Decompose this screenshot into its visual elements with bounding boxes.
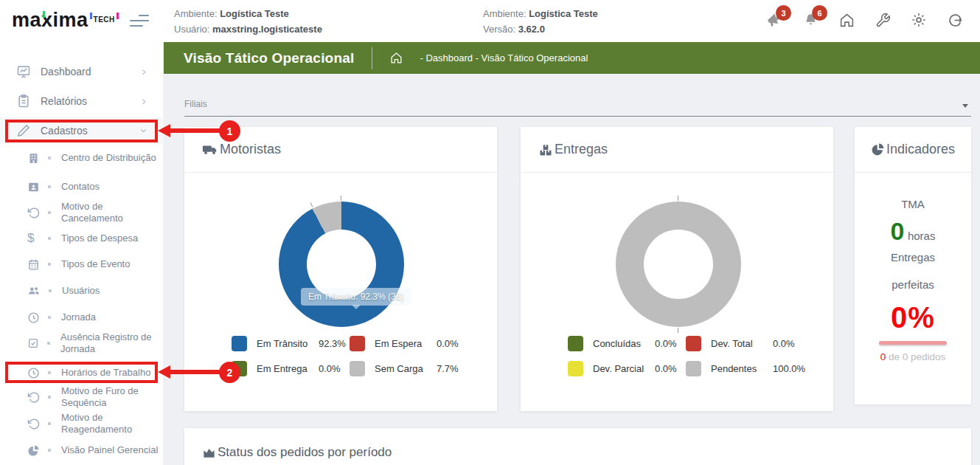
legend-item: Dev. Parcial 0.0% [568,361,686,376]
pie-chart-icon [871,142,885,156]
hamburger-menu-icon[interactable] [130,15,149,30]
entregas-perfeitas-percent: 0% [855,301,971,334]
legend-label: Sem Carga [375,363,429,374]
legend-value: 0.0% [437,338,459,349]
tma-label: TMA [855,198,971,210]
main-content: Filiais Motoristas Em Trânsito: 92.3% (3… [164,74,980,465]
sidebar-item-ausencia-registro-de-jornada[interactable]: Ausência Registro de Jornada [0,330,164,356]
legend-label: Dev. Total [711,338,765,349]
legend-item: Em Trânsito 92.3% [232,336,350,351]
pedidos-summary: 0 de 0 pedidos [855,351,971,362]
sidebar-item-motivo-de-reagendamento[interactable]: Motivo de Reagendamento [0,410,164,437]
bullet [48,211,51,214]
legend-item: Dev. Total 0.0% [686,336,805,351]
ambiente-label: Ambiente: [174,8,218,19]
entregas-perfeitas-line1: Entregas [855,251,971,264]
versao-value: 3.62.0 [518,24,545,35]
sidebar-label: Motivo de Furo de Sequência [61,385,159,409]
pie-icon [27,444,40,457]
sidebar-item-visao-painel-gerencial[interactable]: Visão Painel Gerencial [0,437,164,464]
bullet [48,263,51,266]
legend-swatch [568,361,583,376]
legend-item: Concluídas 0.0% [568,336,686,351]
sidebar-item-contatos[interactable]: Contatos [0,173,164,200]
annotation-arrowhead-2 [158,365,170,379]
tma-unit: horas [908,230,936,242]
legend-value: 7.7% [437,363,459,374]
entregas-card: Entregas Concluídas 0.0% Dev. Total 0.0% [521,127,833,411]
legend-value: 100.0% [773,363,805,374]
sidebar-label: Tipos de Despesa [61,232,159,244]
pedidos-rest: de 0 pedidos [886,351,945,362]
legend-item: Sem Carga 7.7% [350,361,459,376]
annotation-arrow-1 [170,128,220,133]
motoristas-donut-chart[interactable] [279,202,404,327]
sidebar-item-motivo-de-cancelamento[interactable]: Motivo de Cancelamento [0,199,164,226]
sidebar-item-tipos-de-despesa[interactable]: $ Tipos de Despesa [0,225,164,252]
announcements-button[interactable]: 3 [765,11,783,29]
sidebar-item-relatorios[interactable]: Relatórios › [0,88,164,114]
annotation-box-horarios [5,362,158,383]
legend-swatch [350,336,365,351]
logout-icon [948,13,963,28]
gear-icon [911,12,927,28]
page-titlebar: Visão Tático Operacional - Dashboard - V… [164,42,980,74]
maxima-logo[interactable]: maxima TECH [12,9,119,31]
tools-button[interactable] [874,11,892,29]
users-icon [27,284,41,297]
card-title: Indicadores [886,142,955,157]
announcements-count-badge: 3 [776,5,791,21]
sidebar-item-dashboard[interactable]: Dashboard › [0,58,164,85]
chart-tooltip: Em Trânsito: 92.3% (36) [301,288,411,306]
annotation-arrow-2 [170,370,220,374]
sidebar-item-usuarios[interactable]: Usuários [0,278,164,304]
clock-icon [27,311,40,324]
sidebar-item-centro-de-distribuicao[interactable]: Centro de Distribuição [0,145,164,171]
sidebar-item-motivo-de-furo-de-sequencia[interactable]: Motivo de Furo de Sequência [0,384,164,410]
logo-blue-tick [90,13,92,19]
sidebar-label: Ausência Registro de Jornada [60,331,158,355]
logo-subtext: TECH [94,16,115,24]
sidebar-label: Motivo de Reagendamento [61,412,159,435]
legend-label: Dev. Parcial [593,363,647,374]
dropdown-caret-icon [962,104,968,108]
legend-value: 0.0% [319,363,341,374]
breadcrumb-home-icon[interactable] [390,52,403,64]
sidebar-item-tipos-de-evento[interactable]: Tipos de Evento [0,251,164,278]
undo-icon [27,391,40,404]
logo-pink-tick [117,13,119,19]
indicadores-card: Indicadores TMA 0 horas Entregas perfeit… [855,127,971,404]
entregas-donut-chart[interactable] [616,202,741,327]
sidebar-item-jornada[interactable]: Jornada [0,304,164,331]
dollar-icon: $ [27,231,40,246]
calendar-icon [27,258,40,271]
legend-label: Pendentes [711,363,765,374]
app-window: maxima TECH Ambiente: Logística Teste Us… [0,0,980,465]
wrench-icon [875,13,891,28]
logout-button[interactable] [946,11,964,29]
annotation-box-cadastros [5,120,158,142]
home-button[interactable] [838,11,855,29]
checkbox-icon [27,337,39,349]
page-title: Visão Tático Operacional [184,50,354,66]
usuario-label: Usuário: [174,24,209,35]
annotation-arrowhead-1 [158,124,170,137]
settings-button[interactable] [910,11,928,29]
sidebar-label: Contatos [61,181,159,193]
sidebar-label: Tipos de Evento [61,258,159,270]
chevron-right-icon: › [142,68,146,75]
legend-swatch [686,336,701,351]
legend-item: Em Entrega 0.0% [232,361,350,376]
filiais-select[interactable]: Filiais [184,94,971,117]
filiais-label: Filiais [184,99,207,109]
chart-tick [310,202,313,207]
notifications-button[interactable]: 6 [802,11,819,29]
card-title: Entregas [555,142,608,157]
sidebar-label: Jornada [61,311,159,323]
legend-item: Em Espera 0.0% [350,336,459,351]
sidebar-label: Motivo de Cancelamento [61,201,159,224]
legend-label: Em Entrega [257,363,311,374]
truck-icon [202,142,218,158]
status-pedidos-card: Status dos pedidos por período [184,428,971,465]
bullet [48,237,51,240]
